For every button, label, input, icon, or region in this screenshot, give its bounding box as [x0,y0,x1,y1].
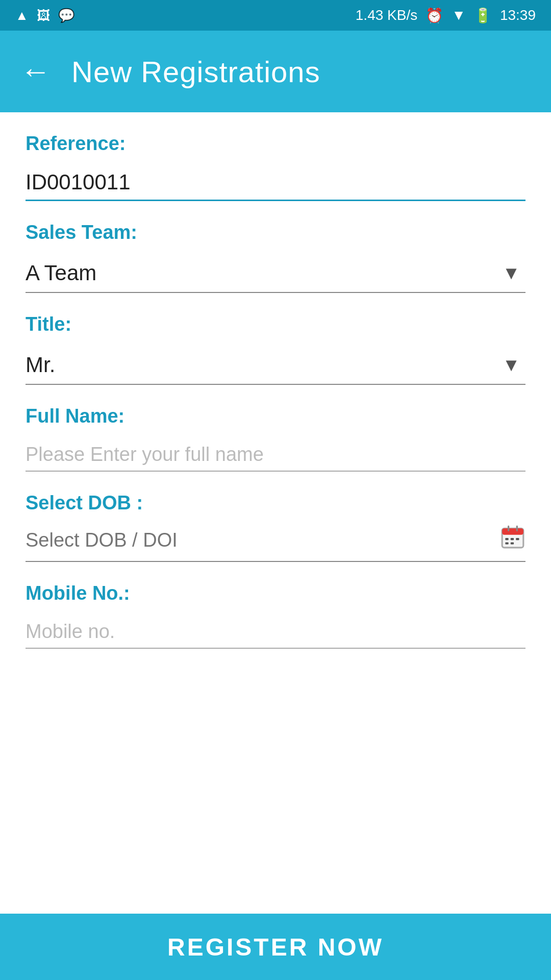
reference-label: Reference: [26,133,525,155]
sales-team-select[interactable]: A Team B Team C Team [26,254,525,292]
back-button[interactable]: ← [20,56,51,87]
page-title: New Registrations [71,55,320,89]
status-bar-left: ▲ 🖼 💬 [15,8,74,23]
reference-input[interactable] [26,165,525,201]
title-label: Title: [26,313,525,335]
message-icon: 💬 [58,8,74,23]
wifi-icon: ▼ [452,7,466,23]
status-bar: ▲ 🖼 💬 1.43 KB/s ⏰ ▼ 🔋 13:39 [0,0,551,31]
sales-team-field: Sales Team: A Team B Team C Team ▼ [26,222,525,293]
alarm-icon: ⏰ [425,7,443,24]
title-select[interactable]: Mr. Mrs. Ms. Dr. [26,346,525,384]
bottom-bar: REGISTER NOW [0,914,551,980]
title-select-wrapper: Mr. Mrs. Ms. Dr. ▼ [26,346,525,385]
dob-input[interactable] [26,529,490,551]
full-name-field: Full Name: [26,405,525,472]
mobile-label: Mobile No.: [26,582,525,604]
register-now-button[interactable]: REGISTER NOW [167,933,384,961]
dob-field: Select DOB : [26,492,525,562]
calendar-icon[interactable] [500,524,525,556]
status-bar-right: 1.43 KB/s ⏰ ▼ 🔋 13:39 [356,7,536,24]
image-icon: 🖼 [37,8,50,23]
app-header: ← New Registrations [0,31,551,112]
svg-rect-6 [516,538,519,540]
form-container: Reference: Sales Team: A Team B Team C T… [0,112,551,914]
sales-team-select-wrapper: A Team B Team C Team ▼ [26,254,525,293]
full-name-input[interactable] [26,437,525,472]
battery-icon: 🔋 [474,7,492,24]
svg-rect-8 [511,542,514,544]
mobile-field: Mobile No.: [26,582,525,649]
sales-team-label: Sales Team: [26,222,525,243]
network-speed: 1.43 KB/s [356,7,417,23]
clock: 13:39 [500,7,536,23]
reference-field: Reference: [26,133,525,201]
signal-icon: ▲ [15,8,29,23]
svg-rect-7 [505,542,508,544]
dob-input-wrapper [26,524,525,562]
dob-label: Select DOB : [26,492,525,514]
title-field: Title: Mr. Mrs. Ms. Dr. ▼ [26,313,525,385]
svg-rect-1 [502,528,523,535]
mobile-input[interactable] [26,615,525,649]
svg-rect-5 [511,538,514,540]
full-name-label: Full Name: [26,405,525,427]
svg-rect-4 [505,538,508,540]
